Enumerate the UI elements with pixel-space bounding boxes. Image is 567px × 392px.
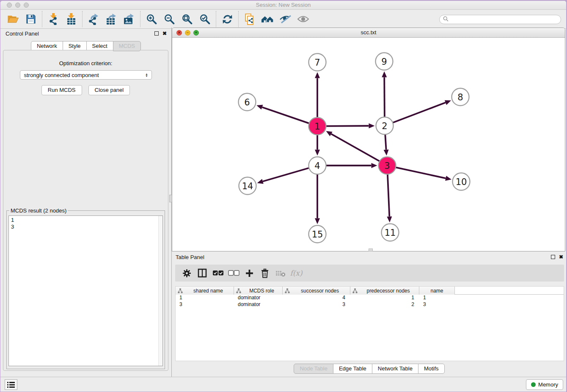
graph-node-3[interactable]: 3 (379, 157, 396, 174)
export-image-icon[interactable] (120, 11, 138, 27)
graph-node-label: 14 (242, 181, 253, 191)
graph-edge-1-6[interactable] (256, 105, 309, 124)
graph-node-8[interactable]: 8 (452, 88, 469, 106)
graph-node-1[interactable]: 1 (309, 118, 326, 135)
table-row[interactable]: 1dominator411 (176, 295, 564, 301)
graph-node-6[interactable]: 6 (239, 94, 256, 111)
result-scrollbar[interactable] (158, 216, 162, 366)
graph-edge-3-11[interactable] (387, 174, 392, 222)
graph-edge-4-3[interactable] (326, 163, 377, 168)
table-cell-successor-nodes[interactable]: 3 (283, 301, 350, 308)
mcds-result-line: 3 (11, 224, 162, 230)
unselect-all-columns-icon[interactable] (226, 266, 241, 280)
column-header-successor-nodes[interactable]: successor nodes (283, 287, 350, 295)
graph-edge-1-4[interactable] (315, 135, 320, 156)
import-network-icon[interactable] (44, 11, 62, 27)
graph-node-2[interactable]: 2 (376, 117, 394, 135)
graph-node-9[interactable]: 9 (376, 53, 393, 70)
criterion-select[interactable]: strongly connected component (20, 70, 152, 80)
network-close-button[interactable] (176, 30, 182, 36)
graph-edge-2-9[interactable] (382, 71, 387, 117)
copy-network-icon[interactable] (241, 11, 259, 27)
table-cell-predecessor-nodes[interactable]: 1 (350, 295, 419, 301)
search-input[interactable] (449, 17, 561, 23)
gear-icon[interactable] (179, 266, 194, 280)
graph-node-7[interactable]: 7 (309, 54, 326, 71)
refresh-icon[interactable] (218, 11, 236, 27)
network-window-titlebar[interactable]: scc.txt (172, 28, 565, 38)
delete-column-icon[interactable] (258, 266, 272, 280)
show-panel-icon[interactable] (294, 11, 312, 27)
import-table-icon[interactable] (62, 11, 80, 27)
table-cell-name[interactable]: 1 (419, 295, 455, 301)
close-panel-icon[interactable] (162, 31, 167, 36)
export-network-icon[interactable] (85, 11, 102, 27)
memory-button[interactable]: Memory (526, 379, 563, 390)
table-toolbar: f(x) (175, 265, 564, 282)
table-cell-mcds-role[interactable]: dominator (234, 295, 283, 301)
graph-node-11[interactable]: 11 (382, 224, 399, 241)
zoom-selected-icon[interactable] (196, 11, 214, 27)
float-panel-icon[interactable] (154, 31, 159, 36)
table-cell-shared-name[interactable]: 3 (176, 301, 234, 308)
tab-edge-table[interactable]: Edge Table (333, 364, 372, 374)
home-icon[interactable] (259, 11, 276, 27)
close-table-panel-icon[interactable] (559, 254, 563, 259)
function-builder-icon: f(x) (289, 266, 303, 280)
graph-edge-3-10[interactable] (396, 167, 451, 181)
zoom-fit-icon[interactable] (178, 11, 196, 27)
table-cell-shared-name[interactable]: 1 (176, 295, 234, 301)
table-row[interactable]: 3dominator323 (176, 301, 564, 308)
network-canvas[interactable]: 7968124314101511 (172, 38, 565, 251)
column-layout-icon[interactable] (195, 266, 209, 280)
export-table-icon[interactable] (102, 11, 120, 27)
zoom-out-icon[interactable] (160, 11, 178, 27)
run-mcds-button[interactable]: Run MCDS (41, 85, 82, 95)
table-cell-predecessor-nodes[interactable]: 2 (350, 301, 419, 308)
graph-edge-4-14[interactable] (257, 168, 309, 184)
status-bar: Memory (0, 377, 566, 392)
graph-node-10[interactable]: 10 (453, 173, 470, 190)
graph-node-4[interactable]: 4 (309, 157, 326, 174)
column-header-name[interactable]: name (419, 287, 455, 295)
tab-motifs[interactable]: Motifs (418, 364, 445, 374)
close-panel-button[interactable]: Close panel (88, 85, 130, 95)
graph-edge-1-2[interactable] (326, 123, 374, 128)
mcds-result-box[interactable]: 13 (8, 215, 163, 366)
zoom-window-button[interactable] (24, 3, 29, 8)
column-header-shared-name[interactable]: shared name (176, 287, 234, 295)
graph-edge-1-7[interactable] (315, 72, 320, 118)
graph-node-14[interactable]: 14 (239, 177, 256, 195)
column-header-label: name (419, 288, 454, 294)
tab-node-table[interactable]: Node Table (294, 364, 333, 374)
float-table-panel-icon[interactable] (551, 255, 555, 259)
graph-edge-3-1[interactable] (326, 131, 380, 161)
graph-edge-2-3[interactable] (384, 134, 389, 155)
save-session-icon[interactable] (22, 11, 40, 27)
table-cell-successor-nodes[interactable]: 4 (283, 295, 350, 301)
graph-node-label: 6 (244, 97, 250, 108)
add-column-icon[interactable] (242, 266, 256, 280)
window-controls (7, 3, 29, 8)
network-resize-handle[interactable] (369, 248, 373, 251)
table-cell-mcds-role[interactable]: dominator (234, 301, 283, 308)
tab-mcds[interactable]: MCDS (113, 41, 141, 51)
minimize-window-button[interactable] (15, 3, 20, 8)
network-minimize-button[interactable] (185, 30, 190, 36)
title-bar[interactable]: Session: New Session (0, 1, 566, 10)
graph-edge-2-8[interactable] (393, 100, 451, 123)
node-table: shared nameMCDS rolesuccessor nodesprede… (175, 286, 564, 361)
zoom-in-icon[interactable] (143, 11, 160, 27)
select-all-columns-icon[interactable] (211, 266, 225, 280)
column-header-predecessor-nodes[interactable]: predecessor nodes (350, 287, 419, 295)
tab-network-table[interactable]: Network Table (372, 364, 418, 374)
hide-panel-icon[interactable] (276, 11, 294, 27)
column-header-mcds-role[interactable]: MCDS role (234, 287, 283, 295)
task-list-button[interactable] (5, 379, 17, 390)
table-cell-name[interactable]: 3 (419, 301, 455, 308)
network-maximize-button[interactable] (193, 30, 199, 36)
graph-edge-4-15[interactable] (315, 174, 320, 224)
open-file-icon[interactable] (4, 11, 22, 27)
graph-node-15[interactable]: 15 (309, 226, 326, 243)
close-window-button[interactable] (7, 3, 12, 8)
